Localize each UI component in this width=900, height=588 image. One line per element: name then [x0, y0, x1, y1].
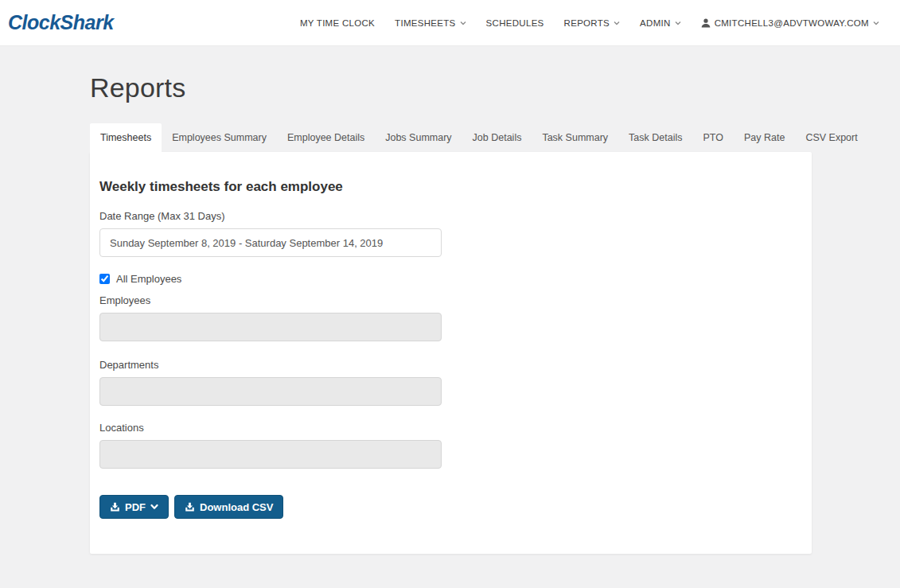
nav-schedules-label: SCHEDULES: [486, 18, 544, 28]
chevron-down-icon: [873, 21, 879, 25]
top-header: ClockShark MY TIME CLOCK TIMESHEETS SCHE…: [0, 0, 900, 46]
nav-admin[interactable]: ADMIN: [640, 18, 681, 28]
timesheets-report-panel: Weekly timesheets for each employee Date…: [90, 152, 812, 554]
clockshark-logo[interactable]: ClockShark: [8, 11, 114, 34]
tab-pay-rate[interactable]: Pay Rate: [734, 123, 795, 152]
nav-my-time-clock-label: MY TIME CLOCK: [300, 18, 375, 28]
tab-jobs-summary[interactable]: Jobs Summary: [375, 123, 462, 152]
locations-label: Locations: [99, 422, 802, 434]
pdf-button[interactable]: PDF: [99, 495, 169, 519]
page-title: Reports: [90, 72, 900, 103]
all-employees-row[interactable]: All Employees: [99, 273, 802, 285]
export-buttons: PDF Download CSV: [99, 495, 802, 519]
locations-group: Locations: [99, 422, 802, 469]
departments-label: Departments: [99, 359, 802, 371]
tab-task-details[interactable]: Task Details: [618, 123, 692, 152]
date-range-input[interactable]: [99, 228, 442, 257]
chevron-down-icon: [460, 21, 466, 25]
nav-user-email: CMITCHELL3@ADVTWOWAY.COM: [715, 18, 869, 28]
employees-label: Employees: [99, 294, 802, 306]
employees-group: Employees: [99, 294, 802, 341]
all-employees-label: All Employees: [116, 273, 181, 285]
date-range-label: Date Range (Max 31 Days): [99, 210, 802, 222]
tab-task-summary[interactable]: Task Summary: [532, 123, 618, 152]
chevron-down-icon: [150, 504, 158, 510]
report-tabs: Timesheets Employees Summary Employee De…: [90, 123, 812, 152]
pdf-button-label: PDF: [125, 501, 146, 513]
user-icon: [701, 18, 711, 28]
all-employees-checkbox[interactable]: [99, 274, 110, 284]
main-nav: MY TIME CLOCK TIMESHEETS SCHEDULES REPOR…: [300, 18, 879, 28]
nav-user-menu[interactable]: CMITCHELL3@ADVTWOWAY.COM: [701, 18, 879, 28]
tab-job-details[interactable]: Job Details: [462, 123, 532, 152]
download-icon: [185, 502, 195, 512]
chevron-down-icon: [675, 21, 681, 25]
date-range-group: Date Range (Max 31 Days): [99, 210, 802, 257]
nav-reports-label: REPORTS: [564, 18, 610, 28]
tab-pto[interactable]: PTO: [692, 123, 733, 152]
nav-schedules[interactable]: SCHEDULES: [486, 18, 544, 28]
download-icon: [110, 502, 120, 512]
employees-input[interactable]: [99, 313, 442, 341]
download-csv-button[interactable]: Download CSV: [174, 495, 283, 519]
section-heading: Weekly timesheets for each employee: [99, 179, 802, 195]
chevron-down-icon: [614, 21, 620, 25]
nav-timesheets[interactable]: TIMESHEETS: [395, 18, 466, 28]
nav-admin-label: ADMIN: [640, 18, 671, 28]
departments-input[interactable]: [99, 377, 442, 406]
tab-timesheets[interactable]: Timesheets: [90, 123, 162, 152]
main-content: Reports Timesheets Employees Summary Emp…: [0, 72, 900, 554]
locations-input[interactable]: [99, 440, 442, 469]
nav-reports[interactable]: REPORTS: [564, 18, 620, 28]
tab-employees-summary[interactable]: Employees Summary: [162, 123, 277, 152]
download-csv-button-label: Download CSV: [200, 501, 273, 513]
nav-timesheets-label: TIMESHEETS: [395, 18, 455, 28]
tab-employee-details[interactable]: Employee Details: [277, 123, 375, 152]
departments-group: Departments: [99, 359, 802, 406]
nav-my-time-clock[interactable]: MY TIME CLOCK: [300, 18, 375, 28]
tab-csv-export[interactable]: CSV Export: [795, 123, 867, 152]
